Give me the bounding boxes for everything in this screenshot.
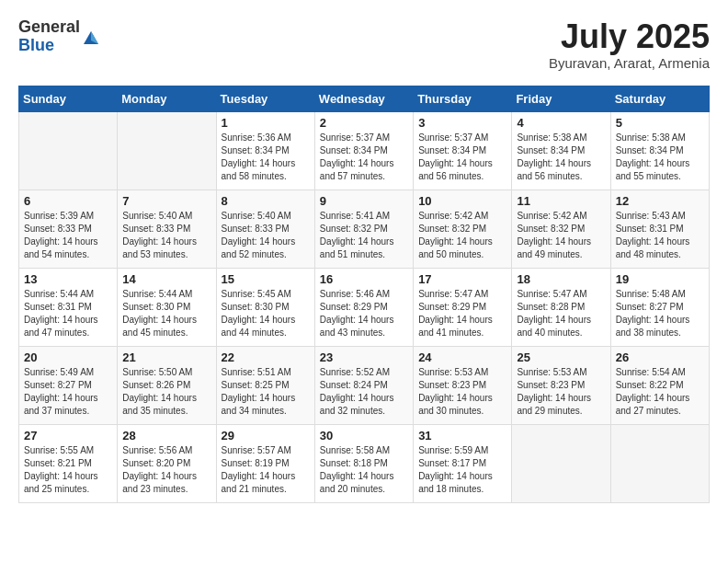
day-info: Sunrise: 5:40 AMSunset: 8:33 PMDaylight:… — [222, 210, 310, 261]
day-number: 1 — [222, 116, 310, 130]
month-year-title: July 2025 — [549, 18, 710, 55]
calendar-cell: 3Sunrise: 5:37 AMSunset: 8:34 PMDaylight… — [414, 111, 512, 190]
weekday-header: Wednesday — [314, 86, 413, 111]
day-info: Sunrise: 5:48 AMSunset: 8:27 PMDaylight:… — [616, 288, 704, 339]
day-info: Sunrise: 5:54 AMSunset: 8:22 PMDaylight:… — [616, 366, 704, 418]
day-number: 23 — [320, 350, 408, 364]
calendar-week-row: 13Sunrise: 5:44 AMSunset: 8:31 PMDayligh… — [19, 268, 710, 346]
day-number: 7 — [122, 194, 210, 208]
day-number: 15 — [222, 272, 310, 286]
calendar-cell: 10Sunrise: 5:42 AMSunset: 8:32 PMDayligh… — [414, 190, 512, 268]
day-info: Sunrise: 5:41 AMSunset: 8:32 PMDaylight:… — [320, 210, 408, 261]
calendar-cell: 27Sunrise: 5:55 AMSunset: 8:21 PMDayligh… — [19, 424, 118, 502]
calendar-cell: 2Sunrise: 5:37 AMSunset: 8:34 PMDaylight… — [314, 111, 413, 190]
day-number: 9 — [320, 194, 408, 208]
day-number: 11 — [517, 194, 605, 208]
day-info: Sunrise: 5:59 AMSunset: 8:17 PMDaylight:… — [418, 444, 506, 496]
calendar-cell: 15Sunrise: 5:45 AMSunset: 8:30 PMDayligh… — [216, 268, 314, 346]
calendar-week-row: 1Sunrise: 5:36 AMSunset: 8:34 PMDaylight… — [19, 111, 710, 190]
calendar-cell — [19, 111, 118, 190]
logo-icon — [82, 28, 100, 46]
day-number: 13 — [24, 272, 112, 286]
calendar-cell: 18Sunrise: 5:47 AMSunset: 8:28 PMDayligh… — [512, 268, 610, 346]
day-number: 5 — [616, 116, 704, 130]
day-number: 8 — [222, 194, 310, 208]
calendar-cell: 20Sunrise: 5:49 AMSunset: 8:27 PMDayligh… — [19, 346, 118, 424]
weekday-header: Saturday — [610, 86, 709, 111]
day-number: 22 — [222, 350, 310, 364]
calendar-cell — [610, 424, 709, 502]
day-number: 25 — [517, 350, 605, 364]
day-info: Sunrise: 5:37 AMSunset: 8:34 PMDaylight:… — [418, 132, 506, 183]
title-block: July 2025 Byuravan, Ararat, Armenia — [549, 18, 710, 71]
day-number: 28 — [122, 429, 210, 442]
calendar-cell: 22Sunrise: 5:51 AMSunset: 8:25 PMDayligh… — [216, 346, 314, 424]
day-number: 27 — [24, 429, 112, 442]
day-number: 10 — [418, 194, 506, 208]
day-number: 20 — [24, 350, 112, 364]
calendar-cell: 29Sunrise: 5:57 AMSunset: 8:19 PMDayligh… — [216, 424, 314, 502]
day-info: Sunrise: 5:38 AMSunset: 8:34 PMDaylight:… — [616, 132, 704, 183]
day-number: 6 — [24, 194, 112, 208]
logo: General Blue — [18, 18, 100, 55]
calendar-header-row: SundayMondayTuesdayWednesdayThursdayFrid… — [19, 86, 710, 111]
weekday-header: Tuesday — [216, 86, 314, 111]
day-number: 31 — [418, 429, 506, 442]
calendar-cell — [118, 111, 216, 190]
day-number: 12 — [616, 194, 704, 208]
day-info: Sunrise: 5:42 AMSunset: 8:32 PMDaylight:… — [517, 210, 605, 261]
day-number: 26 — [616, 350, 704, 364]
day-number: 24 — [418, 350, 506, 364]
day-info: Sunrise: 5:43 AMSunset: 8:31 PMDaylight:… — [616, 210, 704, 261]
calendar-cell: 25Sunrise: 5:53 AMSunset: 8:23 PMDayligh… — [512, 346, 610, 424]
weekday-header: Friday — [512, 86, 610, 111]
calendar-cell: 5Sunrise: 5:38 AMSunset: 8:34 PMDaylight… — [610, 111, 709, 190]
day-info: Sunrise: 5:50 AMSunset: 8:26 PMDaylight:… — [122, 366, 210, 418]
calendar-cell — [512, 424, 610, 502]
calendar-cell: 24Sunrise: 5:53 AMSunset: 8:23 PMDayligh… — [414, 346, 512, 424]
calendar-cell: 8Sunrise: 5:40 AMSunset: 8:33 PMDaylight… — [216, 190, 314, 268]
calendar-cell: 6Sunrise: 5:39 AMSunset: 8:33 PMDaylight… — [19, 190, 118, 268]
calendar-week-row: 27Sunrise: 5:55 AMSunset: 8:21 PMDayligh… — [19, 424, 710, 502]
day-number: 29 — [222, 429, 310, 442]
day-number: 3 — [418, 116, 506, 130]
location-text: Byuravan, Ararat, Armenia — [549, 55, 710, 71]
day-info: Sunrise: 5:49 AMSunset: 8:27 PMDaylight:… — [24, 366, 112, 418]
day-info: Sunrise: 5:44 AMSunset: 8:30 PMDaylight:… — [122, 288, 210, 339]
day-info: Sunrise: 5:52 AMSunset: 8:24 PMDaylight:… — [320, 366, 408, 418]
calendar-cell: 28Sunrise: 5:56 AMSunset: 8:20 PMDayligh… — [118, 424, 216, 502]
calendar-week-row: 20Sunrise: 5:49 AMSunset: 8:27 PMDayligh… — [19, 346, 710, 424]
day-info: Sunrise: 5:40 AMSunset: 8:33 PMDaylight:… — [122, 210, 210, 261]
weekday-header: Thursday — [414, 86, 512, 111]
day-info: Sunrise: 5:39 AMSunset: 8:33 PMDaylight:… — [24, 210, 112, 261]
day-number: 18 — [517, 272, 605, 286]
day-info: Sunrise: 5:56 AMSunset: 8:20 PMDaylight:… — [122, 444, 210, 496]
page-header: General Blue July 2025 Byuravan, Ararat,… — [18, 18, 710, 71]
day-number: 14 — [122, 272, 210, 286]
day-info: Sunrise: 5:37 AMSunset: 8:34 PMDaylight:… — [320, 132, 408, 183]
calendar-cell: 17Sunrise: 5:47 AMSunset: 8:29 PMDayligh… — [414, 268, 512, 346]
calendar-cell: 31Sunrise: 5:59 AMSunset: 8:17 PMDayligh… — [414, 424, 512, 502]
logo-blue-text: Blue — [18, 37, 80, 55]
day-info: Sunrise: 5:47 AMSunset: 8:28 PMDaylight:… — [517, 288, 605, 339]
day-info: Sunrise: 5:38 AMSunset: 8:34 PMDaylight:… — [517, 132, 605, 183]
day-info: Sunrise: 5:53 AMSunset: 8:23 PMDaylight:… — [517, 366, 605, 418]
day-info: Sunrise: 5:58 AMSunset: 8:18 PMDaylight:… — [320, 444, 408, 496]
calendar-cell: 12Sunrise: 5:43 AMSunset: 8:31 PMDayligh… — [610, 190, 709, 268]
day-info: Sunrise: 5:51 AMSunset: 8:25 PMDaylight:… — [222, 366, 310, 418]
calendar-cell: 23Sunrise: 5:52 AMSunset: 8:24 PMDayligh… — [314, 346, 413, 424]
calendar-cell: 14Sunrise: 5:44 AMSunset: 8:30 PMDayligh… — [118, 268, 216, 346]
calendar-cell: 21Sunrise: 5:50 AMSunset: 8:26 PMDayligh… — [118, 346, 216, 424]
calendar-cell: 11Sunrise: 5:42 AMSunset: 8:32 PMDayligh… — [512, 190, 610, 268]
calendar-cell: 16Sunrise: 5:46 AMSunset: 8:29 PMDayligh… — [314, 268, 413, 346]
weekday-header: Monday — [118, 86, 216, 111]
day-info: Sunrise: 5:57 AMSunset: 8:19 PMDaylight:… — [222, 444, 310, 496]
day-info: Sunrise: 5:47 AMSunset: 8:29 PMDaylight:… — [418, 288, 506, 339]
calendar-cell: 9Sunrise: 5:41 AMSunset: 8:32 PMDaylight… — [314, 190, 413, 268]
day-number: 21 — [122, 350, 210, 364]
day-info: Sunrise: 5:45 AMSunset: 8:30 PMDaylight:… — [222, 288, 310, 339]
calendar-table: SundayMondayTuesdayWednesdayThursdayFrid… — [18, 86, 710, 503]
calendar-cell: 26Sunrise: 5:54 AMSunset: 8:22 PMDayligh… — [610, 346, 709, 424]
calendar-cell: 7Sunrise: 5:40 AMSunset: 8:33 PMDaylight… — [118, 190, 216, 268]
day-info: Sunrise: 5:46 AMSunset: 8:29 PMDaylight:… — [320, 288, 408, 339]
